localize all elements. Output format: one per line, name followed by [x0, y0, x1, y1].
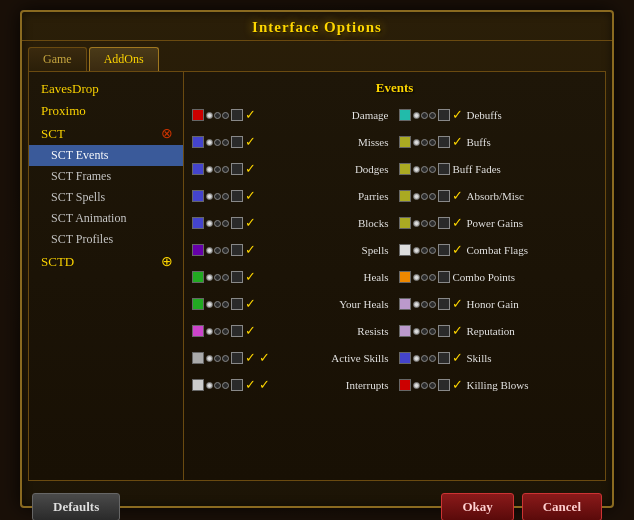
radio-dot[interactable]	[429, 139, 436, 146]
radio-dot[interactable]	[421, 166, 428, 173]
active-skills-checkbox[interactable]	[231, 352, 243, 364]
dodges-checkbox[interactable]	[231, 163, 243, 175]
radio-dot[interactable]	[429, 274, 436, 281]
radio-dot[interactable]	[214, 274, 221, 281]
interrupts-color[interactable]	[192, 379, 204, 391]
radio-dot[interactable]	[206, 112, 213, 119]
combat-flags-color[interactable]	[399, 244, 411, 256]
parries-color[interactable]	[192, 190, 204, 202]
spells-checkbox[interactable]	[231, 244, 243, 256]
reputation-color[interactable]	[399, 325, 411, 337]
parries-checkbox[interactable]	[231, 190, 243, 202]
sidebar-item-proximo[interactable]: Proximo	[29, 100, 183, 122]
cancel-button[interactable]: Cancel	[522, 493, 602, 520]
killing-blows-color[interactable]	[399, 379, 411, 391]
sidebar-item-eavesdrop[interactable]: EavesDrop	[29, 78, 183, 100]
radio-dot[interactable]	[421, 274, 428, 281]
radio-dot[interactable]	[222, 328, 229, 335]
radio-dot[interactable]	[206, 301, 213, 308]
killing-blows-checkbox[interactable]	[438, 379, 450, 391]
radio-dot[interactable]	[413, 301, 420, 308]
defaults-button[interactable]: Defaults	[32, 493, 120, 520]
absorb-misc-checkbox[interactable]	[438, 190, 450, 202]
radio-dot[interactable]	[214, 112, 221, 119]
sidebar-item-sct-frames[interactable]: SCT Frames	[29, 166, 183, 187]
your-heals-color[interactable]	[192, 298, 204, 310]
radio-dot[interactable]	[206, 139, 213, 146]
blocks-color[interactable]	[192, 217, 204, 229]
radio-dot[interactable]	[421, 328, 428, 335]
radio-dot[interactable]	[206, 247, 213, 254]
radio-dot[interactable]	[206, 220, 213, 227]
radio-dot[interactable]	[222, 112, 229, 119]
absorb-misc-color[interactable]	[399, 190, 411, 202]
radio-dot[interactable]	[206, 382, 213, 389]
tab-addons[interactable]: AddOns	[89, 47, 159, 71]
radio-dot[interactable]	[413, 220, 420, 227]
debuffs-checkbox[interactable]	[438, 109, 450, 121]
radio-dot[interactable]	[421, 247, 428, 254]
blocks-checkbox[interactable]	[231, 217, 243, 229]
sidebar-item-sctd[interactable]: SCTD ⊕	[29, 250, 183, 273]
radio-dot[interactable]	[206, 193, 213, 200]
tab-game[interactable]: Game	[28, 47, 87, 71]
radio-dot[interactable]	[429, 193, 436, 200]
radio-dot[interactable]	[413, 328, 420, 335]
buff-fades-color[interactable]	[399, 163, 411, 175]
radio-dot[interactable]	[413, 193, 420, 200]
radio-dot[interactable]	[222, 166, 229, 173]
radio-dot[interactable]	[429, 247, 436, 254]
combo-points-color[interactable]	[399, 271, 411, 283]
radio-dot[interactable]	[413, 247, 420, 254]
radio-dot[interactable]	[421, 139, 428, 146]
power-gains-color[interactable]	[399, 217, 411, 229]
radio-dot[interactable]	[429, 328, 436, 335]
radio-dot[interactable]	[222, 382, 229, 389]
debuffs-color[interactable]	[399, 109, 411, 121]
radio-dot[interactable]	[214, 139, 221, 146]
misses-color[interactable]	[192, 136, 204, 148]
honor-gain-checkbox[interactable]	[438, 298, 450, 310]
radio-dot[interactable]	[429, 355, 436, 362]
skills-color[interactable]	[399, 352, 411, 364]
radio-dot[interactable]	[413, 274, 420, 281]
radio-dot[interactable]	[413, 139, 420, 146]
interrupts-checkbox[interactable]	[231, 379, 243, 391]
honor-gain-color[interactable]	[399, 298, 411, 310]
radio-dot[interactable]	[222, 139, 229, 146]
radio-dot[interactable]	[413, 112, 420, 119]
sidebar-item-sct-events[interactable]: SCT Events	[29, 145, 183, 166]
misses-checkbox[interactable]	[231, 136, 243, 148]
radio-dot[interactable]	[429, 166, 436, 173]
your-heals-checkbox[interactable]	[231, 298, 243, 310]
okay-button[interactable]: Okay	[441, 493, 513, 520]
reputation-checkbox[interactable]	[438, 325, 450, 337]
radio-dot[interactable]	[222, 301, 229, 308]
sidebar-item-sct-spells[interactable]: SCT Spells	[29, 187, 183, 208]
radio-dot[interactable]	[421, 193, 428, 200]
radio-dot[interactable]	[421, 301, 428, 308]
radio-dot[interactable]	[413, 382, 420, 389]
buff-fades-checkbox[interactable]	[438, 163, 450, 175]
radio-dot[interactable]	[214, 301, 221, 308]
active-skills-color[interactable]	[192, 352, 204, 364]
radio-dot[interactable]	[206, 328, 213, 335]
combo-points-checkbox[interactable]	[438, 271, 450, 283]
skills-checkbox[interactable]	[438, 352, 450, 364]
radio-dot[interactable]	[413, 166, 420, 173]
resists-checkbox[interactable]	[231, 325, 243, 337]
radio-dot[interactable]	[214, 220, 221, 227]
power-gains-checkbox[interactable]	[438, 217, 450, 229]
radio-dot[interactable]	[421, 220, 428, 227]
radio-dot[interactable]	[429, 220, 436, 227]
spells-color[interactable]	[192, 244, 204, 256]
damage-checkbox[interactable]	[231, 109, 243, 121]
heals-color[interactable]	[192, 271, 204, 283]
heals-checkbox[interactable]	[231, 271, 243, 283]
combat-flags-checkbox[interactable]	[438, 244, 450, 256]
radio-dot[interactable]	[421, 112, 428, 119]
radio-dot[interactable]	[214, 355, 221, 362]
radio-dot[interactable]	[222, 274, 229, 281]
radio-dot[interactable]	[421, 355, 428, 362]
damage-color[interactable]	[192, 109, 204, 121]
